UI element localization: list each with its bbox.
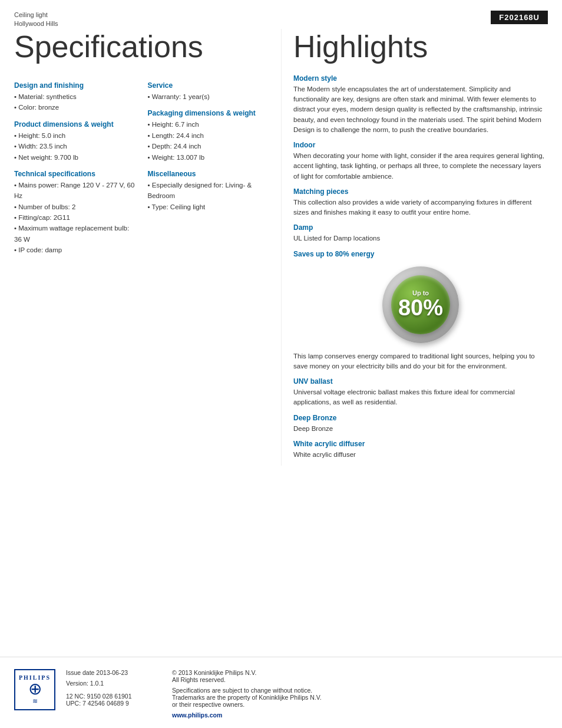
tech-item-5: IP code: damp bbox=[14, 245, 136, 255]
dims-item-1: Height: 5.0 inch bbox=[14, 130, 136, 141]
highlight-matching: Matching pieces This collection also pro… bbox=[293, 187, 548, 218]
matching-heading: Matching pieces bbox=[293, 187, 548, 196]
footer-col-legal: © 2013 Koninklijke Philips N.V. All Righ… bbox=[172, 669, 548, 719]
highlight-unv-ballast: UNV ballast Universal voltage electronic… bbox=[293, 377, 548, 408]
white-acrylic-text: White acrylic diffuser bbox=[293, 450, 548, 460]
misc-item-2: Type: Ceiling light bbox=[148, 202, 270, 212]
model-badge: F202168U bbox=[491, 11, 548, 24]
highlights-title: Highlights bbox=[293, 30, 548, 64]
energy-conservation-text: This lamp conserves energy compared to t… bbox=[293, 351, 548, 372]
tech-item-2: Number of bulbs: 2 bbox=[14, 202, 136, 212]
damp-text: UL Listed for Damp locations bbox=[293, 233, 548, 243]
saves-energy-heading: Saves up to 80% energy bbox=[293, 250, 548, 258]
nc-upc: 12 NC: 9150 028 61901 UPC: 7 42546 04689… bbox=[66, 693, 160, 707]
highlights-column: Highlights Modern style The Modern style… bbox=[281, 29, 548, 466]
philips-waves-icon: ≋ bbox=[32, 697, 38, 705]
design-items: Material: synthetics Color: bronze bbox=[14, 91, 136, 113]
product-dims-items: Height: 5.0 inch Width: 23.5 inch Net we… bbox=[14, 130, 136, 163]
unv-ballast-heading: UNV ballast bbox=[293, 377, 548, 386]
product-dims-heading: Product dimensions & weight bbox=[14, 120, 136, 129]
tech-item-3: Fitting/cap: 2G11 bbox=[14, 212, 136, 223]
philips-shield-icon: ⊕ bbox=[28, 681, 42, 697]
modern-style-text: The Modern style encapsulates the art of… bbox=[293, 84, 548, 135]
deep-bronze-heading: Deep Bronze bbox=[293, 414, 548, 422]
deep-bronze-text: Deep Bronze bbox=[293, 424, 548, 434]
misc-item-1: Especially designed for: Living- & Bedro… bbox=[148, 180, 270, 202]
energy-inner: Up to 80% bbox=[391, 275, 450, 334]
highlight-deep-bronze: Deep Bronze Deep Bronze bbox=[293, 414, 548, 434]
modern-style-heading: Modern style bbox=[293, 74, 548, 83]
service-heading: Service bbox=[148, 81, 270, 90]
pkg-dims-heading: Packaging dimensions & weight bbox=[148, 109, 270, 117]
spec-col-left: Design and finishing Material: synthetic… bbox=[14, 74, 136, 256]
damp-heading: Damp bbox=[293, 223, 548, 232]
tech-specs-heading: Technical specifications bbox=[14, 170, 136, 178]
highlight-saves-energy: Saves up to 80% energy bbox=[293, 250, 548, 258]
pkg-item-1: Height: 6.7 inch bbox=[148, 119, 270, 130]
indoor-heading: Indoor bbox=[293, 141, 548, 149]
white-acrylic-heading: White acrylic diffuser bbox=[293, 440, 548, 448]
dims-item-2: Width: 23.5 inch bbox=[14, 141, 136, 151]
tech-specs-items: Mains power: Range 120 V - 277 V, 60 Hz … bbox=[14, 180, 136, 256]
pkg-item-3: Depth: 24.4 inch bbox=[148, 141, 270, 151]
issue-date: Issue date 2013-06-23 bbox=[66, 669, 160, 676]
footer: PHILIPS ⊕ ≋ Issue date 2013-06-23 Versio… bbox=[0, 657, 562, 728]
dims-item-3: Net weight: 9.700 lb bbox=[14, 152, 136, 163]
misc-items: Especially designed for: Living- & Bedro… bbox=[148, 180, 270, 212]
design-item-2: Color: bronze bbox=[14, 102, 136, 113]
footer-col-dates: Issue date 2013-06-23 Version: 1.0.1 12 … bbox=[66, 669, 160, 719]
philips-logo: PHILIPS ⊕ ≋ bbox=[14, 669, 55, 710]
two-col-specs: Design and finishing Material: synthetic… bbox=[14, 74, 269, 256]
indoor-text: When decorating your home with light, co… bbox=[293, 151, 548, 182]
misc-heading: Miscellaneous bbox=[148, 170, 270, 178]
service-item-1: Warranty: 1 year(s) bbox=[148, 91, 270, 102]
website-link[interactable]: www.philips.com bbox=[172, 711, 548, 719]
tech-item-1: Mains power: Range 120 V - 277 V, 60 Hz bbox=[14, 180, 136, 202]
unv-ballast-text: Universal voltage electronic ballast mak… bbox=[293, 387, 548, 408]
energy-percent-label: 80% bbox=[398, 297, 443, 319]
highlight-indoor: Indoor When decorating your home with li… bbox=[293, 141, 548, 182]
product-type: Ceiling light bbox=[14, 11, 58, 19]
pkg-item-2: Length: 24.4 inch bbox=[148, 130, 270, 141]
product-name: Hollywood Hills bbox=[14, 19, 58, 28]
highlight-white-acrylic: White acrylic diffuser White acrylic dif… bbox=[293, 440, 548, 460]
specs-notice-text: Specifications are subject to change wit… bbox=[172, 687, 548, 708]
version: Version: 1.0.1 bbox=[66, 680, 160, 687]
specifications-column: Specifications Design and finishing Mate… bbox=[14, 29, 281, 466]
page: Ceiling light Hollywood Hills F202168U S… bbox=[0, 0, 562, 728]
energy-badge-container: Up to 80% bbox=[293, 266, 548, 343]
main-content: Specifications Design and finishing Mate… bbox=[0, 29, 562, 466]
spec-col-right: Service Warranty: 1 year(s) Packaging di… bbox=[148, 74, 270, 256]
product-category: Ceiling light Hollywood Hills bbox=[14, 11, 58, 29]
highlight-damp: Damp UL Listed for Damp locations bbox=[293, 223, 548, 243]
tech-item-4: Maximum wattage replacement bulb: 36 W bbox=[14, 223, 136, 245]
pkg-dims-items: Height: 6.7 inch Length: 24.4 inch Depth… bbox=[148, 119, 270, 163]
matching-text: This collection also provides a wide var… bbox=[293, 197, 548, 218]
design-heading: Design and finishing bbox=[14, 81, 136, 90]
copyright-text: © 2013 Koninklijke Philips N.V. All Righ… bbox=[172, 669, 548, 683]
design-item-1: Material: synthetics bbox=[14, 91, 136, 102]
highlight-modern-style: Modern style The Modern style encapsulat… bbox=[293, 74, 548, 135]
top-bar: Ceiling light Hollywood Hills F202168U bbox=[0, 0, 562, 29]
pkg-item-4: Weight: 13.007 lb bbox=[148, 152, 270, 163]
footer-info: Issue date 2013-06-23 Version: 1.0.1 12 … bbox=[66, 669, 548, 719]
specs-title: Specifications bbox=[14, 30, 269, 64]
energy-badge: Up to 80% bbox=[382, 266, 459, 343]
